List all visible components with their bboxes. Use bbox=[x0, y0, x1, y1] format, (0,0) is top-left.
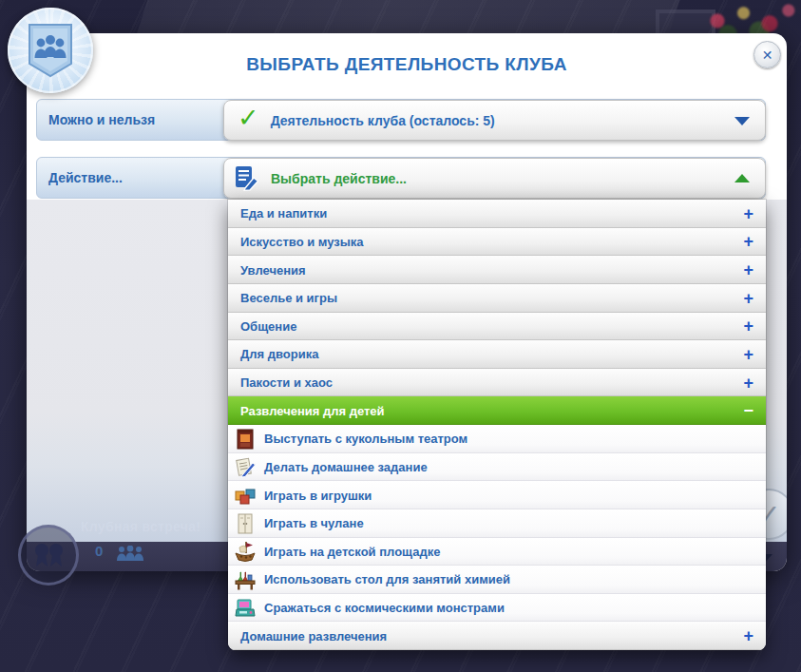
playground-ship-icon bbox=[234, 540, 257, 563]
category-label: Увлечения bbox=[240, 263, 306, 278]
club-activity-dropdown-value: Деятельность клуба (осталось: 5) bbox=[271, 113, 495, 128]
activity-label: Делать домашнее задание bbox=[264, 460, 428, 474]
dialog-title: ВЫБРАТЬ ДЕЯТЕЛЬНОСТЬ КЛУБА bbox=[27, 54, 787, 75]
category-label: Общение bbox=[240, 319, 296, 334]
expand-plus-icon: + bbox=[743, 290, 753, 307]
club-members-icon bbox=[116, 546, 144, 561]
club-badge bbox=[8, 8, 93, 93]
club-activity-dropdown[interactable]: ✓ Деятельность клуба (осталось: 5) bbox=[223, 100, 766, 141]
close-button[interactable]: ✕ bbox=[753, 41, 781, 68]
activity-label: Играть на детской площадке bbox=[264, 545, 440, 559]
category-label: Для дворика bbox=[240, 347, 318, 361]
homework-icon bbox=[234, 455, 257, 478]
category-mischief[interactable]: Пакости и хаос + bbox=[228, 369, 766, 397]
collapse-minus-icon: − bbox=[743, 402, 753, 419]
closet-icon bbox=[234, 512, 257, 535]
expand-plus-icon: + bbox=[743, 374, 753, 392]
activity-playground[interactable]: Играть на детской площадке bbox=[228, 538, 766, 566]
category-home-entertainment[interactable]: Домашние развлечения + bbox=[228, 622, 766, 650]
category-hobbies[interactable]: Увлечения + bbox=[228, 256, 766, 284]
activity-homework[interactable]: Делать домашнее задание bbox=[228, 453, 766, 482]
toy-blocks-icon bbox=[234, 484, 257, 507]
category-outdoor[interactable]: Для дворика + bbox=[228, 340, 766, 369]
category-art-music[interactable]: Искусство и музыка + bbox=[228, 228, 766, 257]
activity-chemistry-table[interactable]: Использовать стол для занятий химией bbox=[228, 566, 766, 594]
activity-play-closet[interactable]: Играть в чулане bbox=[228, 509, 766, 538]
expand-plus-icon: + bbox=[743, 317, 753, 335]
expand-plus-icon: + bbox=[743, 261, 753, 278]
close-icon: ✕ bbox=[762, 48, 773, 63]
club-gathering-label: Клубная встреча! bbox=[81, 519, 200, 534]
expand-plus-icon: + bbox=[743, 233, 753, 250]
club-pennant-icon bbox=[25, 22, 76, 79]
chevron-up-icon bbox=[734, 174, 750, 182]
activity-dropdown-list: Еда и напитки + Искусство и музыка + Увл… bbox=[228, 200, 766, 650]
activity-puppet-theater[interactable]: Выступать с кукольным театром bbox=[228, 425, 766, 453]
choose-action-dropdown[interactable]: Выбрать действие... bbox=[223, 158, 766, 199]
activity-space-monsters[interactable]: Сражаться с космическими монстрами bbox=[228, 594, 766, 623]
category-food-drinks[interactable]: Еда и напитки + bbox=[228, 200, 766, 228]
category-kids-entertainment-expanded[interactable]: Развлечения для детей − bbox=[228, 396, 766, 425]
category-label: Домашние развлечения bbox=[240, 629, 387, 643]
activity-label: Играть в игрушки bbox=[264, 489, 372, 503]
activity-play-toys[interactable]: Играть в игрушки bbox=[228, 481, 766, 509]
category-label: Веселье и игры bbox=[240, 291, 337, 305]
activity-label: Сражаться с космическими монстрами bbox=[264, 601, 505, 615]
category-label: Искусство и музыка bbox=[240, 235, 364, 249]
expand-plus-icon: + bbox=[743, 346, 753, 363]
club-perks-button[interactable] bbox=[18, 525, 79, 586]
puppet-theater-icon bbox=[234, 428, 257, 451]
space-monsters-icon bbox=[234, 597, 257, 620]
club-points-value: 0 bbox=[95, 543, 103, 559]
chevron-down-icon bbox=[734, 117, 750, 125]
category-label: Пакости и хаос bbox=[240, 375, 333, 390]
choose-action-dropdown-value: Выбрать действие... bbox=[271, 171, 407, 186]
expand-plus-icon: + bbox=[743, 205, 753, 222]
category-label: Еда и напитки bbox=[240, 206, 327, 221]
club-perks-rosettes-icon bbox=[29, 541, 67, 569]
activity-label: Играть в чулане bbox=[264, 516, 364, 530]
expand-plus-icon: + bbox=[743, 627, 753, 644]
category-social[interactable]: Общение + bbox=[228, 313, 766, 341]
rules-filter-label: Можно и нельзя bbox=[48, 112, 155, 127]
chemistry-table-icon bbox=[234, 568, 257, 591]
category-fun-games[interactable]: Веселье и игры + bbox=[228, 284, 766, 313]
activity-label: Использовать стол для занятий химией bbox=[264, 572, 510, 586]
activity-label: Выступать с кукольным театром bbox=[264, 432, 467, 446]
action-filter-label: Действие... bbox=[48, 170, 123, 185]
category-label: Развлечения для детей bbox=[240, 404, 385, 418]
note-pencil-icon bbox=[234, 165, 259, 191]
green-check-icon: ✓ bbox=[238, 106, 259, 131]
